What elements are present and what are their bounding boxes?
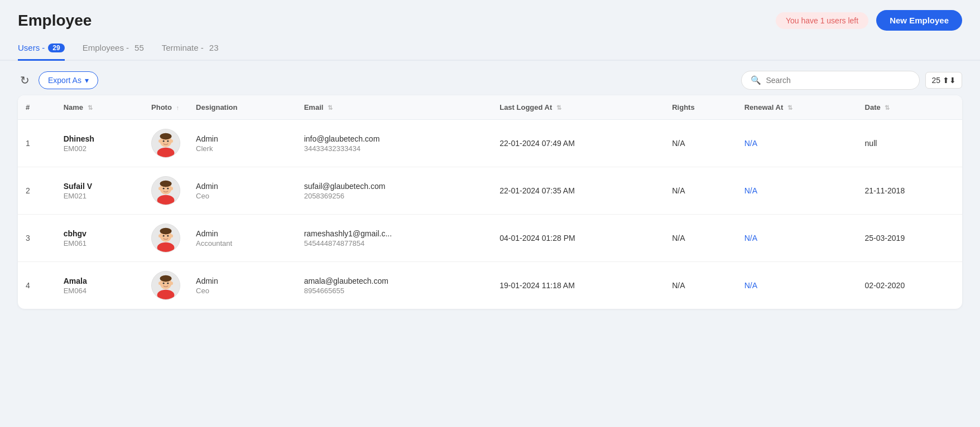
cell-last-logged: 22-01-2024 07:49 AM xyxy=(492,120,664,167)
table-body: 1 Dhinesh EM002 Admin Clerk info@glaubet… xyxy=(18,120,962,309)
cell-renewal: N/A xyxy=(737,215,857,262)
col-date[interactable]: Date ⇅ xyxy=(857,95,962,120)
tab-users[interactable]: Users - 29 xyxy=(18,37,65,61)
page-size-value: 25 xyxy=(931,76,940,85)
search-box: 🔍 xyxy=(741,71,920,90)
sort-icon-email: ⇅ xyxy=(328,104,333,111)
avatar xyxy=(151,176,180,205)
tab-users-count: 29 xyxy=(48,43,64,52)
top-bar: Employee You have 1 users left New Emplo… xyxy=(0,0,980,37)
sort-icon-date: ⇅ xyxy=(885,104,890,111)
refresh-button[interactable]: ↻ xyxy=(18,71,32,89)
svg-point-26 xyxy=(167,235,169,237)
renewal-link[interactable]: N/A xyxy=(744,186,757,195)
col-email[interactable]: Email ⇅ xyxy=(296,95,492,120)
sort-icon-photo: ↑ xyxy=(176,104,179,111)
avatar xyxy=(151,271,180,300)
renewal-link[interactable]: N/A xyxy=(744,281,757,290)
svg-point-17 xyxy=(167,188,169,190)
export-button[interactable]: Export As ▾ xyxy=(39,71,98,89)
svg-point-31 xyxy=(161,278,170,282)
new-employee-button[interactable]: New Employee xyxy=(876,10,962,31)
cell-rights: N/A xyxy=(664,262,736,309)
svg-point-24 xyxy=(170,234,173,237)
cell-date: 25-03-2019 xyxy=(857,215,962,262)
cell-designation: Admin Accountant xyxy=(188,215,296,262)
tabs-bar: Users - 29 Employees - 55 Terminate - 23 xyxy=(0,37,980,61)
toolbar: ↻ Export As ▾ 🔍 25 ⬆⬇ xyxy=(0,61,980,95)
avatar xyxy=(151,224,180,253)
sort-icon-renewal: ⇅ xyxy=(787,104,792,111)
chevron-down-icon: ▾ xyxy=(85,76,89,85)
cell-renewal: N/A xyxy=(737,262,857,309)
cell-last-logged: 22-01-2024 07:35 AM xyxy=(492,167,664,215)
cell-name: Amala EM064 xyxy=(56,262,143,309)
renewal-link[interactable]: N/A xyxy=(744,234,757,242)
svg-point-14 xyxy=(158,187,161,190)
avatar xyxy=(151,129,180,158)
svg-point-22 xyxy=(161,230,170,235)
col-renewal[interactable]: Renewal At ⇅ xyxy=(737,95,857,120)
toolbar-left: ↻ Export As ▾ xyxy=(18,71,98,89)
svg-point-7 xyxy=(163,140,165,142)
cell-email: amala@glaubetech.com 8954665655 xyxy=(296,262,492,309)
svg-point-23 xyxy=(158,234,161,237)
cell-num: 1 xyxy=(18,120,56,167)
toolbar-right: 🔍 25 ⬆⬇ xyxy=(741,71,962,90)
users-left-badge: You have 1 users left xyxy=(776,12,868,29)
svg-point-8 xyxy=(167,140,169,142)
cell-name: Sufail V EM021 xyxy=(56,167,143,215)
page-title: Employee xyxy=(18,12,92,30)
cell-renewal: N/A xyxy=(737,120,857,167)
svg-point-35 xyxy=(167,283,169,284)
cell-name: Dhinesh EM002 xyxy=(56,120,143,167)
search-input[interactable] xyxy=(766,76,910,85)
svg-point-32 xyxy=(158,282,161,285)
export-label: Export As xyxy=(48,76,81,85)
cell-date: null xyxy=(857,120,962,167)
cell-num: 4 xyxy=(18,262,56,309)
cell-num: 2 xyxy=(18,167,56,215)
tab-terminate-label: Terminate - xyxy=(162,43,204,52)
cell-last-logged: 19-01-2024 11:18 AM xyxy=(492,262,664,309)
cell-last-logged: 04-01-2024 01:28 PM xyxy=(492,215,664,262)
svg-point-34 xyxy=(163,283,165,284)
cell-designation: Admin Ceo xyxy=(188,262,296,309)
search-icon: 🔍 xyxy=(751,75,761,85)
employee-table: # Name ⇅ Photo ↑ Designation Email ⇅ Las… xyxy=(18,95,962,309)
svg-point-6 xyxy=(170,139,173,143)
cell-email: rameshashly1@gmail.c... 545444874877854 xyxy=(296,215,492,262)
col-designation: Designation xyxy=(188,95,296,120)
col-last-logged[interactable]: Last Logged At ⇅ xyxy=(492,95,664,120)
svg-point-4 xyxy=(161,135,170,140)
col-photo[interactable]: Photo ↑ xyxy=(143,95,188,120)
cell-email: info@glaubetech.com 34433432333434 xyxy=(296,120,492,167)
table-row: 4 Amala EM064 Admin Ceo amala@glaubetech… xyxy=(18,262,962,309)
cell-num: 3 xyxy=(18,215,56,262)
page-size-chevron: ⬆⬇ xyxy=(943,76,956,85)
cell-designation: Admin Ceo xyxy=(188,167,296,215)
table-row: 3 cbhgv EM061 Admin Accountant rameshash… xyxy=(18,215,962,262)
svg-point-5 xyxy=(158,139,161,143)
tab-terminate[interactable]: Terminate - 23 xyxy=(162,37,219,61)
employee-table-container: # Name ⇅ Photo ↑ Designation Email ⇅ Las… xyxy=(18,95,962,309)
cell-designation: Admin Clerk xyxy=(188,120,296,167)
cell-email: sufail@glaubetech.com 2058369256 xyxy=(296,167,492,215)
renewal-link[interactable]: N/A xyxy=(744,139,757,148)
table-header: # Name ⇅ Photo ↑ Designation Email ⇅ Las… xyxy=(18,95,962,120)
cell-rights: N/A xyxy=(664,167,736,215)
svg-point-33 xyxy=(170,282,173,285)
tab-employees-count: 55 xyxy=(134,43,144,52)
svg-point-13 xyxy=(161,183,170,187)
table-row: 2 Sufail V EM021 Admin Ceo sufail@glaube… xyxy=(18,167,962,215)
col-name[interactable]: Name ⇅ xyxy=(56,95,143,120)
cell-date: 02-02-2020 xyxy=(857,262,962,309)
tab-terminate-count: 23 xyxy=(209,43,219,52)
tab-employees-label: Employees - xyxy=(83,43,129,52)
cell-date: 21-11-2018 xyxy=(857,167,962,215)
sort-icon-last-logged: ⇅ xyxy=(556,104,561,111)
cell-photo xyxy=(143,120,188,167)
tab-employees[interactable]: Employees - 55 xyxy=(83,37,144,61)
page-size-selector[interactable]: 25 ⬆⬇ xyxy=(925,72,962,89)
col-num: # xyxy=(18,95,56,120)
